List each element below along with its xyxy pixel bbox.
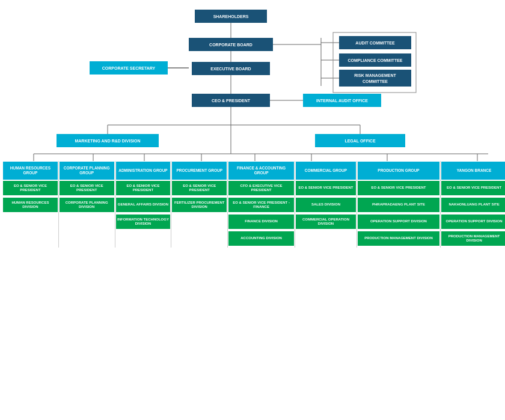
group-yangon-child-1: NAKHONLUANG PLANT SITE — [441, 198, 505, 212]
group-hr: HUMAN RESOURCES GROUP EO & SENIOR VICE P… — [2, 161, 59, 248]
group-commercial-header: COMMERCIAL GROUP — [296, 162, 356, 180]
group-commercial-child-2: COMMERCIAL OPERATION DIVISION — [296, 215, 356, 229]
group-proc: PROCUREMENT GROUP EO & SENIOR VICE PRESI… — [171, 161, 228, 248]
org-chart: SHAREHOLDERS CORPORATE BOARD AUDIT COMMI… — [0, 0, 505, 252]
svg-text:AUDIT COMMITTEE: AUDIT COMMITTEE — [355, 41, 395, 45]
group-yangon-header: YANGON BRANCE — [441, 162, 505, 180]
svg-rect-14 — [339, 70, 411, 87]
svg-text:CEO & PRESIDENT: CEO & PRESIDENT — [212, 99, 251, 103]
group-corp: CORPORATE PLANNING GROUP EO & SENIOR VIC… — [59, 161, 115, 248]
group-production-child-3: PRODUCTION MANAGEMENT DIVISION — [358, 231, 439, 246]
group-proc-child-0: EO & SENIOR VICE PRESIDENT — [172, 181, 227, 195]
group-production-child-0: EO & SENIOR VICE PRESIDENT — [358, 181, 439, 195]
group-production-child-2: OPERATION SUPPORT DIVISION — [358, 215, 439, 229]
groups-container: HUMAN RESOURCES GROUP EO & SENIOR VICE P… — [2, 161, 505, 248]
group-admin-child-0: EO & SENIOR VICE PRESIDENT — [116, 181, 171, 195]
group-corp-header: CORPORATE PLANNING GROUP — [60, 162, 114, 180]
svg-text:EXECUTIVE BOARD: EXECUTIVE BOARD — [210, 67, 251, 71]
group-admin-child-1: GENERAL AFFAIRS DIVISION — [116, 198, 171, 212]
group-yangon: YANGON BRANCE EO & SENIOR VICE PRESIDENT… — [441, 161, 505, 248]
group-commercial: COMMERCIAL GROUP EO & SENIOR VICE PRESID… — [295, 161, 357, 248]
group-production-header: PRODUCTION GROUP — [358, 162, 439, 180]
svg-text:COMPLIANCE COMMITTEE: COMPLIANCE COMMITTEE — [348, 58, 403, 62]
group-finance-child-3: ACCOUNTING DIVISION — [228, 231, 294, 246]
group-proc-header: PROCUREMENT GROUP — [172, 162, 227, 180]
svg-text:COMMITTEE: COMMITTEE — [363, 79, 388, 84]
group-admin: ADMINISTRATION GROUP EO & SENIOR VICE PR… — [115, 161, 172, 248]
group-corp-child-0: EO & SENIOR VICE PRESIDENT — [60, 181, 114, 195]
group-production-child-1: PHRAPRADAENG PLANT SITE — [358, 198, 439, 212]
svg-text:CORPORATE SECRETARY: CORPORATE SECRETARY — [102, 66, 156, 70]
group-hr-header: HUMAN RESOURCES GROUP — [3, 162, 58, 180]
group-hr-child-1: HUMAN RESOURCES DIVISION — [3, 198, 58, 212]
svg-text:RISK MANAGEMENT: RISK MANAGEMENT — [354, 73, 396, 78]
group-corp-child-1: CORPORATE PLANNING DIVISION — [60, 198, 114, 212]
svg-text:MARKETING AND R&D DIVISION: MARKETING AND R&D DIVISION — [75, 139, 140, 143]
group-yangon-child-3: PRODUCTION MANAGEMENT DIVISION — [441, 231, 505, 246]
group-proc-child-1: FERTILIZER PROCUREMENT DIVISION — [172, 198, 227, 212]
group-admin-header: ADMINISTRATION GROUP — [116, 162, 171, 180]
group-production: PRODUCTION GROUP EO & SENIOR VICE PRESID… — [357, 161, 441, 248]
group-yangon-child-0: EO & SENIOR VICE PRESIDENT — [441, 181, 505, 195]
svg-text:LEGAL OFFICE: LEGAL OFFICE — [344, 139, 376, 143]
group-finance-child-0: CFO & EXECUTIVE VICE PRESIDENT — [228, 181, 294, 195]
svg-text:INTERNAL AUDIT OFFICE: INTERNAL AUDIT OFFICE — [316, 99, 368, 103]
group-finance-child-1: EO & SENIOR VICE PRESIDENT - FINANCE — [228, 198, 294, 212]
svg-text:SHAREHOLDERS: SHAREHOLDERS — [213, 14, 249, 19]
svg-text:CORPORATE BOARD: CORPORATE BOARD — [209, 43, 252, 47]
group-yangon-child-2: OPERATION SUPPORT DIVISION — [441, 215, 505, 229]
group-admin-child-2: INFORMATION TECHNOLOGY DIVISION — [116, 215, 171, 229]
group-hr-child-0: EO & SENIOR VICE PRESIDENT — [3, 181, 58, 195]
group-commercial-child-1: SALES DIVISION — [296, 198, 356, 212]
group-commercial-child-0: EO & SENIOR VICE PRESIDENT — [296, 181, 356, 195]
group-finance-header: FINANCE & ACCOUNTING GROUP — [228, 162, 294, 180]
group-finance-child-2: FINANCE DIVISION — [228, 215, 294, 229]
group-finance: FINANCE & ACCOUNTING GROUP CFO & EXECUTI… — [228, 161, 295, 248]
